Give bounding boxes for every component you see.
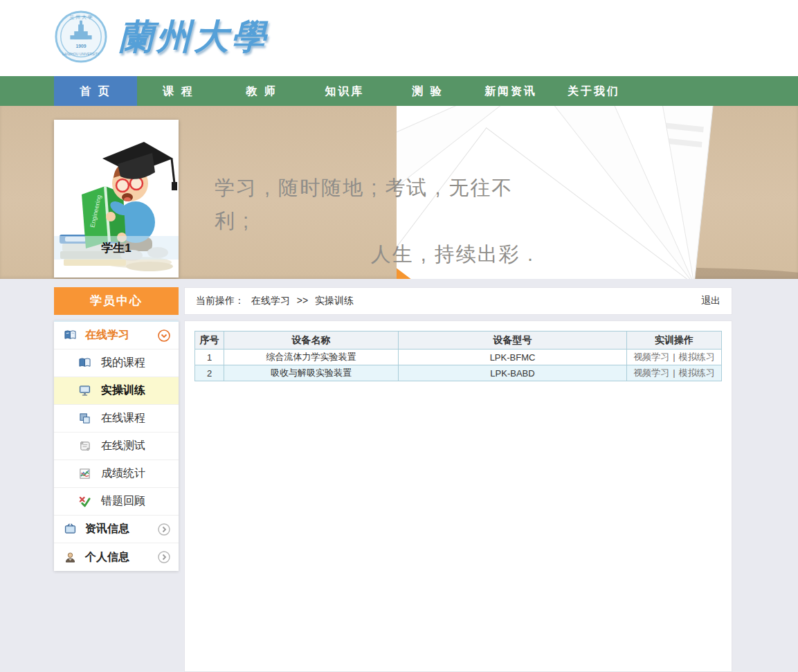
device-table: 序号 设备名称 设备型号 实训操作 1 综合流体力学实验装置 LPK-BFMC … — [194, 331, 722, 381]
banner-slogan: 学习 , 随时随地 ; 考试 , 无往不利 ; 人生 , 持续出彩 . — [215, 171, 534, 271]
cell-device-name: 吸收与解吸实验装置 — [224, 365, 399, 381]
nav-item-about[interactable]: 关于我们 — [552, 76, 635, 106]
sidebar-item-grade-statistics[interactable]: 成绩统计 — [54, 460, 179, 488]
sidebar-item-label: 错题回顾 — [101, 494, 145, 509]
slogan-line-2: 人生 , 持续出彩 . — [215, 237, 534, 271]
monitor-icon — [79, 385, 91, 397]
breadcrumb-parent-link[interactable]: 在线学习 — [251, 295, 290, 306]
scroll-icon — [79, 440, 91, 452]
ops-separator: | — [673, 367, 675, 378]
video-learning-link[interactable]: 视频学习 — [633, 367, 669, 378]
logout-button[interactable]: 退出 — [701, 295, 720, 307]
col-header-operations: 实训操作 — [627, 332, 722, 349]
sidebar-item-online-learning[interactable]: 在线学习 — [54, 322, 179, 349]
ops-separator: | — [673, 352, 675, 362]
col-header-index: 序号 — [195, 332, 224, 349]
sidebar-item-practical-training[interactable]: 实操训练 — [54, 377, 179, 405]
sidebar: 学员中心 在线学习 我的课程 — [54, 287, 179, 571]
breadcrumb-current: 实操训练 — [315, 295, 354, 306]
svg-text:LANZHOU UNIVERSITY: LANZHOU UNIVERSITY — [62, 53, 100, 56]
col-header-device-model: 设备型号 — [399, 332, 627, 349]
cell-device-name: 综合流体力学实验装置 — [224, 349, 399, 365]
breadcrumb-label: 当前操作： — [196, 295, 244, 306]
site-header: 1909 LANZHOU UNIVERSITY 兰 州 大 学 蘭州大學 — [0, 0, 798, 76]
tv-icon — [64, 523, 76, 535]
sidebar-menu: 在线学习 我的课程 实操 — [54, 320, 179, 571]
open-book-icon — [64, 329, 76, 341]
nav-item-knowledge[interactable]: 知识库 — [303, 76, 386, 106]
cell-device-model: LPK-BABD — [399, 365, 627, 381]
svg-text:1909: 1909 — [75, 44, 86, 48]
nav-item-tests[interactable]: 测 验 — [386, 76, 469, 106]
sidebar-item-online-courses[interactable]: 在线课程 — [54, 405, 179, 433]
sidebar-item-news-info[interactable]: 资讯信息 — [54, 516, 179, 543]
university-seal-icon: 1909 LANZHOU UNIVERSITY 兰 州 大 学 — [54, 10, 108, 64]
cell-operations: 视频学习|模拟练习 — [627, 349, 722, 365]
sidebar-item-label: 实操训练 — [101, 383, 145, 398]
chevron-right-circle-icon[interactable] — [158, 551, 170, 563]
main-nav: 首 页 课 程 教 师 知识库 测 验 新闻资讯 关于我们 — [0, 76, 798, 106]
student-name: 学生1 — [54, 236, 179, 260]
check-x-icon — [79, 496, 91, 507]
sidebar-item-my-courses[interactable]: 我的课程 — [54, 349, 179, 377]
device-list-panel: 序号 设备名称 设备型号 实训操作 1 综合流体力学实验装置 LPK-BFMC … — [184, 320, 732, 672]
sidebar-item-online-tests[interactable]: 在线测试 — [54, 433, 179, 460]
nav-item-home[interactable]: 首 页 — [54, 76, 137, 106]
sidebar-item-label: 资讯信息 — [85, 522, 129, 536]
breadcrumb-bar: 当前操作： 在线学习 >> 实操训练 退出 — [184, 287, 732, 315]
breadcrumb: 当前操作： 在线学习 >> 实操训练 — [196, 295, 358, 307]
university-logo[interactable]: 1909 LANZHOU UNIVERSITY 兰 州 大 学 蘭州大學 — [54, 10, 269, 64]
simulation-practice-link[interactable]: 模拟练习 — [679, 352, 715, 362]
simulation-practice-link[interactable]: 模拟练习 — [679, 367, 715, 378]
sidebar-item-label: 我的课程 — [101, 356, 145, 370]
svg-text:兰 州 大 学: 兰 州 大 学 — [70, 15, 93, 19]
student-profile-card[interactable]: Engineering 学生1 — [54, 120, 179, 278]
chevron-right-circle-icon[interactable] — [158, 523, 170, 536]
breadcrumb-separator: >> — [297, 295, 308, 306]
nav-item-courses[interactable]: 课 程 — [137, 76, 220, 106]
university-name: 蘭州大學 — [119, 14, 269, 60]
slogan-line-1: 学习 , 随时随地 ; 考试 , 无往不利 ; — [215, 171, 534, 237]
cell-device-model: LPK-BFMC — [399, 349, 627, 365]
sidebar-item-label: 在线课程 — [101, 411, 145, 426]
sidebar-item-label: 成绩统计 — [101, 466, 145, 481]
cell-index: 2 — [195, 365, 224, 381]
table-row: 2 吸收与解吸实验装置 LPK-BABD 视频学习|模拟练习 — [195, 365, 722, 381]
person-icon — [64, 552, 76, 563]
main-content: 当前操作： 在线学习 >> 实操训练 退出 序号 设备名称 设备型号 实训操作 — [184, 287, 732, 672]
windows-icon — [79, 412, 91, 424]
sidebar-item-label: 个人信息 — [85, 550, 129, 565]
sidebar-item-label: 在线学习 — [85, 328, 129, 343]
open-book-icon — [79, 357, 91, 369]
cell-operations: 视频学习|模拟练习 — [627, 365, 722, 381]
member-center-header[interactable]: 学员中心 — [54, 287, 179, 315]
chevron-down-circle-icon[interactable] — [158, 329, 170, 342]
hero-banner: 学习 , 随时随地 ; 考试 , 无往不利 ; 人生 , 持续出彩 . Engi… — [0, 106, 798, 279]
col-header-device-name: 设备名称 — [224, 332, 399, 349]
table-row: 1 综合流体力学实验装置 LPK-BFMC 视频学习|模拟练习 — [195, 349, 722, 365]
cell-index: 1 — [195, 349, 224, 365]
sidebar-item-personal-info[interactable]: 个人信息 — [54, 543, 179, 571]
video-learning-link[interactable]: 视频学习 — [633, 352, 669, 362]
nav-item-news[interactable]: 新闻资讯 — [469, 76, 552, 106]
chart-icon — [79, 468, 91, 480]
table-header-row: 序号 设备名称 设备型号 实训操作 — [195, 332, 722, 349]
sidebar-item-label: 在线测试 — [101, 439, 145, 453]
sidebar-item-wrong-answers-review[interactable]: 错题回顾 — [54, 488, 179, 516]
nav-item-teachers[interactable]: 教 师 — [220, 76, 303, 106]
